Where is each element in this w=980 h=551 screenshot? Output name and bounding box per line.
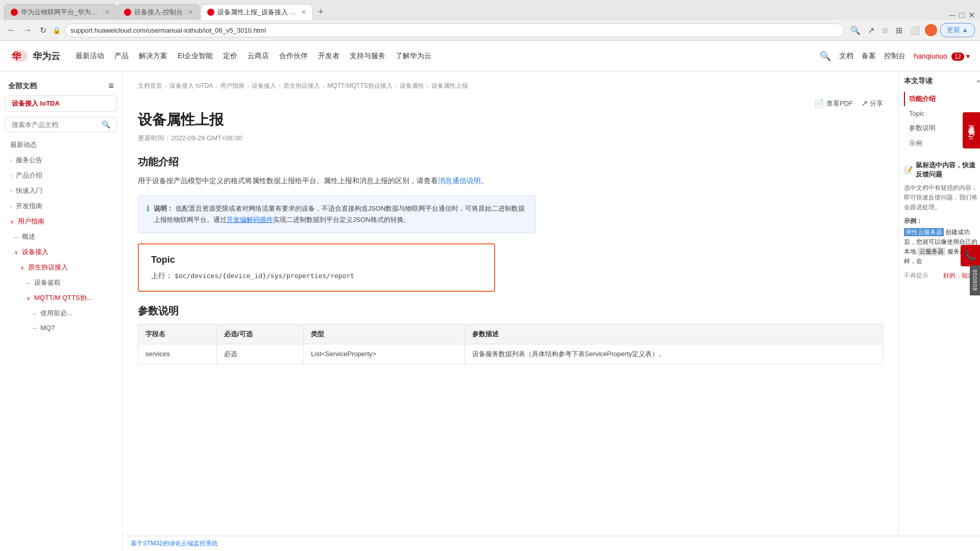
sidebar-arrow-native-protocol: ∨	[20, 265, 24, 270]
sidebar-item-announcements[interactable]: › 服务公告	[0, 153, 122, 168]
search-browser-button[interactable]: 🔍	[848, 23, 863, 37]
header-docs[interactable]: 文档	[839, 52, 853, 61]
user-avatar[interactable]	[925, 24, 937, 36]
breadcrumb-item-3[interactable]: 设备接入	[252, 82, 276, 90]
sidebar-dash-mqt: –	[33, 324, 36, 332]
forward-button[interactable]: →	[21, 23, 34, 37]
vertical-number: 950808	[970, 265, 980, 295]
header-backup[interactable]: 备案	[862, 52, 876, 61]
sidebar-item-device-connect[interactable]: ∨ 设备接入	[0, 244, 122, 260]
nav-item-about[interactable]: 了解华为云	[396, 49, 431, 63]
window-button[interactable]: ⬜	[908, 23, 922, 37]
page-updated: 更新时间：2022-09-29 GMT+08:00	[138, 134, 883, 143]
feedback-skip-btn[interactable]: 不再提示	[904, 271, 928, 280]
breadcrumb-item-5[interactable]: MQTT/MQTTS协议接入	[327, 82, 392, 90]
sidebar-item-prereq[interactable]: – 使用前必...	[0, 306, 122, 321]
share-button[interactable]: ↗ 分享	[861, 98, 883, 108]
sidebar-item-latest[interactable]: 最新动态	[0, 137, 122, 153]
maximize-icon[interactable]: □	[959, 11, 964, 20]
sidebar-search-icon[interactable]: 🔍	[102, 120, 110, 129]
nav-item-ei[interactable]: EI企业智能	[178, 49, 213, 63]
bookmark-button[interactable]: ☆	[879, 23, 891, 37]
sidebar-item-overview[interactable]: – 概述	[0, 229, 122, 244]
update-button[interactable]: 更新 ▲	[940, 23, 975, 37]
sidebar-arrow-product: ›	[10, 173, 12, 179]
sidebar-item-label: 最新动态	[10, 140, 37, 149]
sidebar-hamburger-icon[interactable]: ≡	[108, 81, 114, 91]
share-icon: ↗	[861, 98, 868, 108]
breadcrumb-item-current: 设备属性上报	[431, 82, 468, 90]
sidebar-item-native-protocol[interactable]: ∨ 原生协议接入	[0, 260, 122, 275]
browser-tab-2[interactable]: 设备接入-控制台 ✕	[117, 4, 200, 20]
back-button[interactable]: ←	[5, 23, 17, 37]
address-input[interactable]	[65, 23, 844, 37]
share-label: 分享	[870, 99, 883, 108]
share-browser-button[interactable]: ↗	[866, 23, 876, 37]
sidebar-item-label: 使用前必...	[40, 309, 72, 318]
sidebar-item-mqtt[interactable]: ∨ MQTT/M QTTS协...	[0, 290, 122, 306]
intro-text: 用于设备按产品模型中定义的格式将属性数据上报给平台。属性上报和消息上报的区别，请…	[138, 177, 438, 185]
close-icon[interactable]: ✕	[968, 10, 975, 20]
nav-item-solutions[interactable]: 解决方案	[139, 49, 167, 63]
nav-item-partners[interactable]: 合作伙伴	[279, 49, 308, 63]
nav-item-store[interactable]: 云商店	[248, 49, 269, 63]
header-search-icon[interactable]: 🔍	[820, 51, 831, 62]
tab-close-1[interactable]: ✕	[105, 9, 110, 16]
hw-logo[interactable]: 华 华为云	[10, 49, 60, 63]
header-console[interactable]: 控制台	[884, 52, 905, 61]
sidebar-item-devguide[interactable]: › 开发指南	[0, 198, 122, 214]
sidebar-item-product[interactable]: › 产品介绍	[0, 168, 122, 183]
pdf-button[interactable]: 📄 查看PDF	[814, 98, 853, 108]
nav-item-products[interactable]: 产品	[114, 49, 129, 63]
header-user[interactable]: hanqiunuo 12 ▾	[914, 52, 970, 60]
nav-item-activities[interactable]: 最新活动	[76, 49, 104, 63]
info-box: ℹ 说明： 低配置且资源受限或者对网络流量有要求的设备，不适合直接构造JSON数…	[138, 195, 536, 233]
breadcrumb-item-0[interactable]: 文档首页	[138, 82, 162, 90]
info-text-content: 说明： 低配置且资源受限或者对网络流量有要求的设备，不适合直接构造JSON数据与…	[154, 203, 527, 226]
sidebar-item-quickstart[interactable]: › 快速入门	[0, 183, 122, 198]
intro-link[interactable]: 消息通信说明	[438, 177, 481, 185]
breadcrumb-item-6[interactable]: 设备属性	[400, 82, 424, 90]
notice-link[interactable]: 开发编解码插件	[227, 216, 273, 223]
sidebar-item-userguide[interactable]: ∨ 用户指南	[0, 214, 122, 229]
nav-item-developers[interactable]: 开发者	[318, 49, 339, 63]
sidebar-dash-device-auth: –	[27, 279, 30, 287]
minimize-icon[interactable]: ─	[949, 11, 955, 20]
topic-title: Topic	[151, 255, 482, 265]
sidebar-item-label: 服务公告	[16, 156, 42, 165]
notice-label: 说明：	[154, 205, 174, 212]
hw-header-actions: 🔍 文档 备案 控制台 hanqiunuo 12 ▾	[820, 51, 970, 62]
table-cell-desc: 设备服务数据列表（具体结构参考下表ServiceProperty定义表）。	[464, 344, 883, 364]
toc-expand-icon[interactable]: »	[976, 78, 980, 85]
toc-item-0[interactable]: 功能介绍	[904, 92, 980, 106]
extensions-button[interactable]: ⊞	[894, 23, 904, 37]
phone-button[interactable]: 📞	[961, 245, 980, 266]
breadcrumb-item-4[interactable]: 原生协议接入	[283, 82, 320, 90]
sidebar-item-mqt[interactable]: – MQT	[0, 321, 122, 335]
sidebar-search-box[interactable]: 设备接入 IoTDA	[5, 95, 117, 112]
sidebar-item-label: 开发指南	[16, 202, 42, 211]
new-tab-button[interactable]: +	[314, 5, 328, 19]
breadcrumb-item-1[interactable]: 设备接入 IoTDA	[169, 82, 213, 90]
tab-close-2[interactable]: ✕	[188, 9, 193, 16]
hw-nav: 最新活动 产品 解决方案 EI企业智能 定价 云商店 合作伙伴 开发者 支持与服…	[76, 49, 820, 63]
sidebar-item-label: MQT	[40, 324, 55, 332]
nav-item-support[interactable]: 支持与服务	[350, 49, 385, 63]
address-bar-row: ← → ↻ 🔒 🔍 ↗ ☆ ⊞ ⬜ 更新 ▲	[0, 20, 980, 40]
sidebar-dash-overview: –	[14, 233, 18, 241]
sidebar-search-input-box[interactable]: 🔍	[5, 117, 117, 132]
tab-label-3: 设备属性上报_设备接入 IoTDA ...	[217, 8, 296, 17]
toc-title: 本文导读	[904, 77, 933, 86]
sidebar-item-device-auth[interactable]: – 设备鉴权	[0, 275, 122, 290]
download-app-button[interactable]: 下载华为云App	[963, 112, 980, 148]
breadcrumb-item-2[interactable]: 用户指南	[220, 82, 244, 90]
browser-tab-1[interactable]: 华为云物联网平台_华为云IoT平... ✕	[4, 4, 116, 20]
browser-tab-3[interactable]: 设备属性上报_设备接入 IoTDA ... ✕	[201, 4, 313, 20]
tab-close-3[interactable]: ✕	[301, 9, 306, 16]
stm32-link[interactable]: 基于STM32的绿化云端监控系统	[131, 540, 218, 547]
refresh-button[interactable]: ↻	[38, 23, 48, 37]
sidebar-header: 全部文档 ≡	[0, 77, 122, 95]
nav-item-pricing[interactable]: 定价	[223, 49, 237, 63]
sidebar-search-input[interactable]	[12, 121, 99, 129]
tab-favicon-2	[124, 9, 131, 16]
